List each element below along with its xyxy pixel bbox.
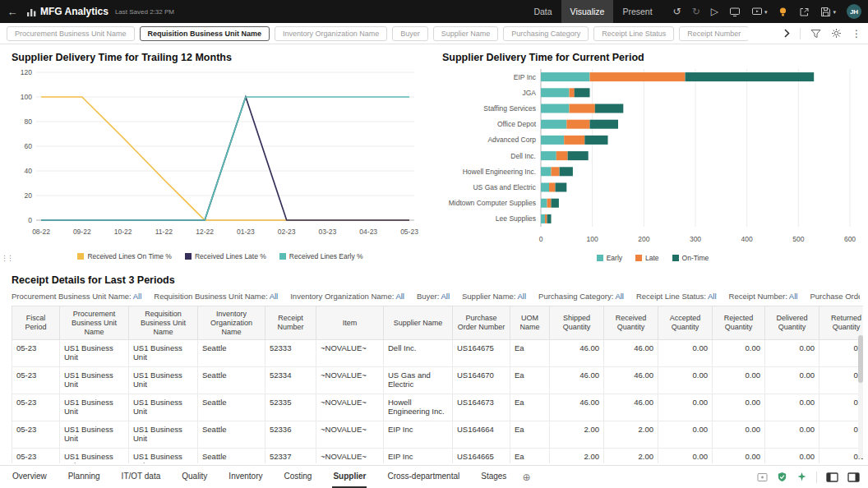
preview-play-button[interactable]: ▷ bbox=[711, 7, 718, 16]
filter-chip-receipt-line-status[interactable]: Receipt Line Status bbox=[593, 26, 674, 41]
column-header-received-quantity[interactable]: Received Quantity bbox=[604, 306, 658, 340]
filter-value[interactable]: All bbox=[395, 292, 404, 301]
expand-filters-chevron[interactable] bbox=[784, 29, 790, 38]
legend-item-received-lines-on-time[interactable]: Received Lines On Time % bbox=[77, 252, 172, 260]
bar-segment-on-time[interactable] bbox=[575, 88, 590, 97]
mode-data[interactable]: Data bbox=[524, 0, 561, 23]
table-row[interactable]: 05-23US1 Business UnitUS1 Business UnitS… bbox=[12, 421, 864, 448]
table-filter-receipt-number[interactable]: Receipt Number:All bbox=[729, 292, 798, 301]
legend-item-received-lines-early[interactable]: Received Lines Early % bbox=[279, 252, 363, 260]
table-filter-buyer[interactable]: Buyer:All bbox=[417, 292, 450, 301]
add-canvas-button[interactable]: ⊕ bbox=[522, 472, 530, 483]
undo-button[interactable]: ↺ bbox=[673, 7, 681, 16]
column-header-procurement-business-unit-name[interactable]: Procurement Business Unit Name bbox=[60, 306, 129, 340]
filter-value[interactable]: All bbox=[133, 292, 142, 301]
table-scrollbar[interactable] bbox=[858, 335, 863, 458]
bar-segment-early[interactable] bbox=[541, 136, 564, 145]
line-series-received-lines-early[interactable] bbox=[41, 97, 409, 220]
bar-segment-late[interactable] bbox=[566, 120, 589, 129]
filter-value[interactable]: All bbox=[789, 292, 798, 301]
filter-chip-buyer[interactable]: Buyer bbox=[392, 26, 428, 41]
canvas-tab-inventory[interactable]: Inventory bbox=[228, 466, 263, 488]
bar-segment-early[interactable] bbox=[541, 167, 552, 176]
canvas-tab-costing[interactable]: Costing bbox=[284, 466, 313, 488]
column-header-rejected-quantity[interactable]: Rejected Quantity bbox=[713, 306, 765, 340]
column-header-shipped-quantity[interactable]: Shipped Quantity bbox=[550, 306, 604, 340]
bar-segment-late[interactable] bbox=[556, 151, 568, 160]
table-row[interactable]: 05-23US1 Business UnitUS1 Business UnitS… bbox=[12, 340, 864, 367]
legend-item-early[interactable]: Early bbox=[597, 254, 622, 262]
filter-funnel-icon[interactable] bbox=[810, 29, 821, 39]
line-chart-canvas[interactable]: 02040608010012008-2209-2210-2211-2212-22… bbox=[12, 66, 422, 248]
bar-segment-late[interactable] bbox=[545, 214, 547, 223]
mode-visualize[interactable]: Visualize bbox=[561, 0, 614, 23]
refresh-data-icon[interactable] bbox=[729, 7, 741, 17]
bar-segment-early[interactable] bbox=[541, 151, 556, 160]
filter-value[interactable]: All bbox=[517, 292, 526, 301]
column-header-purchase-order-number[interactable]: Purchase Order Number bbox=[453, 306, 510, 340]
table-filter-receipt-line-status[interactable]: Receipt Line Status:All bbox=[636, 292, 717, 301]
filter-chip-requisition-business-unit-name[interactable]: Requisition Business Unit Name bbox=[140, 26, 270, 41]
bar-segment-on-time[interactable] bbox=[584, 136, 607, 145]
column-header-accepted-quantity[interactable]: Accepted Quantity bbox=[658, 306, 713, 340]
filter-value[interactable]: All bbox=[708, 292, 717, 301]
table-row[interactable]: 05-23US1 Business UnitUS1 Business UnitS… bbox=[12, 367, 864, 394]
table-filter-procurement-business-unit-name[interactable]: Procurement Business Unit Name:All bbox=[12, 292, 141, 301]
data-quality-shield-icon[interactable] bbox=[777, 472, 787, 482]
save-button[interactable]: ▾ bbox=[820, 7, 836, 17]
mode-present[interactable]: Present bbox=[613, 0, 661, 23]
canvas-properties-icon[interactable] bbox=[757, 472, 768, 482]
redo-button[interactable]: ↻ bbox=[692, 7, 700, 16]
legend-item-on-time[interactable]: On-Time bbox=[672, 254, 709, 262]
bar-segment-on-time[interactable] bbox=[568, 151, 589, 160]
filter-chip-procurement-business-unit-name[interactable]: Procurement Business Unit Name bbox=[7, 26, 135, 41]
bar-segment-early[interactable] bbox=[541, 88, 570, 97]
bar-segment-late[interactable] bbox=[549, 183, 556, 192]
bar-segment-early[interactable] bbox=[541, 214, 545, 223]
bar-segment-early[interactable] bbox=[541, 104, 570, 113]
kebab-menu-icon[interactable]: ⋮ bbox=[852, 29, 861, 39]
filter-chip-purchasing-category[interactable]: Purchasing Category bbox=[503, 26, 589, 41]
back-button[interactable]: ← bbox=[0, 0, 25, 23]
column-header-receipt-number[interactable]: Receipt Number bbox=[265, 306, 316, 340]
canvas-tab-stages[interactable]: Stages bbox=[480, 466, 507, 488]
bar-segment-late[interactable] bbox=[570, 104, 595, 113]
canvas-tab-cross-departmental[interactable]: Cross-departmental bbox=[386, 466, 460, 488]
table-row[interactable]: 05-23US1 Business UnitUS1 Business UnitS… bbox=[12, 394, 864, 421]
avatar[interactable]: JH bbox=[847, 4, 861, 19]
canvas-tab-it-ot-data[interactable]: IT/OT data bbox=[121, 466, 162, 488]
table-filter-purchasing-category[interactable]: Purchasing Category:All bbox=[538, 292, 624, 301]
data-settings-gear-icon[interactable] bbox=[831, 28, 842, 39]
filter-chip-supplier-name[interactable]: Supplier Name bbox=[433, 26, 499, 41]
bar-segment-late[interactable] bbox=[547, 199, 552, 208]
table-filter-requisition-business-unit-name[interactable]: Requisition Business Unit Name:All bbox=[154, 292, 278, 301]
bar-segment-late[interactable] bbox=[570, 88, 575, 97]
bar-segment-late[interactable] bbox=[552, 167, 560, 176]
legend-item-received-lines-late[interactable]: Received Lines Late % bbox=[185, 252, 266, 260]
toggle-right-panel-icon[interactable] bbox=[847, 472, 860, 482]
column-header-delivered-quantity[interactable]: Delivered Quantity bbox=[765, 306, 820, 340]
table-filter-purchase-order-number[interactable]: Purchase Order Number:All bbox=[810, 292, 860, 301]
bar-segment-on-time[interactable] bbox=[552, 199, 559, 208]
bar-segment-late[interactable] bbox=[590, 72, 686, 81]
canvas-tab-quality[interactable]: Quality bbox=[181, 466, 208, 488]
bar-segment-on-time[interactable] bbox=[686, 72, 815, 81]
table-row[interactable]: 05-23US1 Business UnitUS1 Business UnitS… bbox=[12, 448, 864, 463]
filter-chip-receipt-number[interactable]: Receipt Number bbox=[679, 26, 748, 41]
bar-segment-on-time[interactable] bbox=[560, 167, 573, 176]
filter-chip-inventory-organization-name[interactable]: Inventory Organization Name bbox=[275, 26, 387, 41]
legend-item-late[interactable]: Late bbox=[635, 254, 659, 262]
bar-segment-on-time[interactable] bbox=[556, 183, 567, 192]
table-filter-inventory-organization-name[interactable]: Inventory Organization Name:All bbox=[290, 292, 404, 301]
column-header-requisition-business-unit-name[interactable]: Requisition Business Unit Name bbox=[129, 306, 198, 340]
column-header-fiscal-period[interactable]: Fiscal Period bbox=[12, 306, 60, 340]
filter-value[interactable]: All bbox=[615, 292, 624, 301]
auto-insights-sparkle-icon[interactable] bbox=[796, 472, 807, 482]
filter-value[interactable]: All bbox=[441, 292, 450, 301]
bar-segment-on-time[interactable] bbox=[590, 120, 619, 129]
toggle-left-panel-icon[interactable] bbox=[826, 472, 838, 482]
bar-segment-early[interactable] bbox=[541, 72, 590, 81]
column-header-returned-quantity[interactable]: Returned Quantity bbox=[820, 306, 864, 340]
column-header-supplier-name[interactable]: Supplier Name bbox=[384, 306, 453, 340]
bar-segment-early[interactable] bbox=[541, 199, 547, 208]
